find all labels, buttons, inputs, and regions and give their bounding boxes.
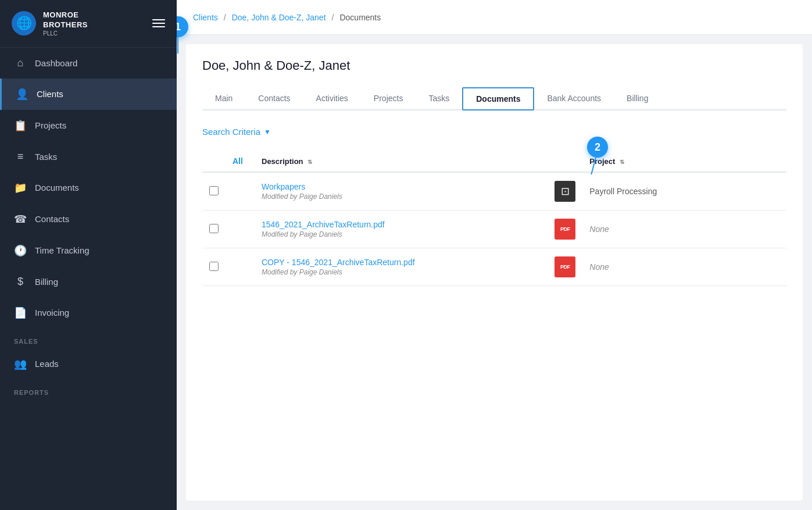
main-content: 1 2 Clients / Doe, John & Doe-Z, Janet /…	[177, 0, 812, 510]
sidebar-item-label: Leads	[35, 359, 59, 369]
sidebar-item-tasks[interactable]: ≡ Tasks	[0, 141, 177, 172]
row-1-project-name: Payroll Processing	[589, 187, 657, 196]
sidebar-item-clients[interactable]: 👤 Clients	[0, 79, 177, 110]
col-checkbox-all	[202, 151, 226, 172]
search-criteria-label: Search Criteria	[202, 127, 260, 137]
home-icon: ⌂	[14, 57, 27, 69]
content-area: Doe, John & Doe-Z, Janet Main Contacts A…	[177, 35, 812, 510]
sidebar-item-time-tracking[interactable]: 🕐 Time Tracking	[0, 235, 177, 266]
reports-section-label: REPORTS	[0, 380, 177, 400]
col-all[interactable]: All	[226, 151, 255, 172]
breadcrumb-sep-2: /	[332, 13, 334, 22]
sidebar-item-label: Invoicing	[35, 308, 69, 318]
leads-icon: 👥	[14, 358, 27, 370]
tasks-icon: ≡	[14, 151, 27, 163]
row-2-checkbox[interactable]	[209, 224, 219, 233]
row-1-description: Workpapers Modified by Paige Daniels	[255, 172, 548, 211]
logo-area: 🌐 MONROEBROTHERS PLLC	[0, 0, 177, 48]
row-2-link[interactable]: 1546_2021_ArchiveTaxReturn.pdf	[262, 220, 541, 229]
row-1-checkbox-cell	[202, 172, 226, 211]
row-2-icon: PDF	[548, 211, 582, 248]
tab-bank-accounts[interactable]: Bank Accounts	[534, 87, 614, 110]
row-3-checkbox-cell	[202, 248, 226, 286]
row-1-modified: Modified by Paige Daniels	[262, 192, 541, 201]
breadcrumb-clients[interactable]: Clients	[193, 13, 218, 22]
row-1-project: Payroll Processing	[582, 172, 786, 211]
row-3-checkbox[interactable]	[209, 262, 219, 271]
breadcrumb-sep-1: /	[224, 13, 226, 22]
hamburger-menu[interactable]	[152, 19, 165, 27]
col-all-label[interactable]: All	[232, 156, 243, 166]
row-3-spacer	[226, 248, 255, 286]
sidebar-item-label: Contacts	[35, 214, 69, 224]
col-description-header[interactable]: Description ⇅	[255, 151, 548, 172]
billing-icon: $	[14, 276, 27, 288]
row-1-link[interactable]: Workpapers	[262, 182, 541, 191]
description-sort-icon: ⇅	[307, 159, 312, 165]
projects-icon: 📋	[14, 119, 27, 132]
search-criteria-arrow: ▼	[264, 128, 271, 136]
topbar: Clients / Doe, John & Doe-Z, Janet / Doc…	[177, 0, 812, 35]
row-3-project: None	[582, 248, 786, 286]
row-1-icon: ⊡	[548, 172, 582, 211]
sidebar-item-leads[interactable]: 👥 Leads	[0, 348, 177, 380]
col-project-header[interactable]: Project ⇅	[582, 151, 786, 172]
breadcrumb-current: Documents	[339, 13, 381, 22]
search-criteria-button[interactable]: Search Criteria ▼	[202, 122, 271, 141]
table-row: COPY - 1546_2021_ArchiveTaxReturn.pdf Mo…	[202, 248, 786, 286]
tab-tasks[interactable]: Tasks	[416, 87, 462, 110]
contacts-icon: ☎	[14, 213, 27, 226]
sidebar: 🌐 MONROEBROTHERS PLLC ⌂ Dashboard 👤 Clie…	[0, 0, 177, 510]
tooltip-bubble-2: 2	[587, 137, 608, 158]
sidebar-item-label: Projects	[35, 120, 66, 130]
sidebar-item-contacts[interactable]: ☎ Contacts	[0, 204, 177, 235]
content-card: Doe, John & Doe-Z, Janet Main Contacts A…	[186, 44, 803, 501]
sidebar-item-documents[interactable]: 📁 Documents	[0, 172, 177, 204]
row-2-project-name: None	[589, 224, 609, 234]
row-1-spacer	[226, 172, 255, 211]
row-1-checkbox[interactable]	[209, 186, 219, 195]
sidebar-item-billing[interactable]: $ Billing	[0, 266, 177, 297]
tab-activities[interactable]: Activities	[303, 87, 361, 110]
tooltip-bubble-1: 1	[177, 16, 188, 37]
row-3-project-name: None	[589, 262, 609, 272]
tab-contacts[interactable]: Contacts	[245, 87, 303, 110]
sidebar-item-label: Clients	[37, 89, 63, 99]
tab-billing[interactable]: Billing	[614, 87, 661, 110]
logo-sub: PLLC	[43, 30, 88, 37]
row-3-description: COPY - 1546_2021_ArchiveTaxReturn.pdf Mo…	[255, 248, 548, 286]
col-description-label: Description	[262, 157, 303, 166]
row-2-file-icon: PDF	[555, 219, 575, 240]
sidebar-item-dashboard[interactable]: ⌂ Dashboard	[0, 48, 177, 79]
sidebar-item-projects[interactable]: 📋 Projects	[0, 110, 177, 141]
row-3-modified: Modified by Paige Daniels	[262, 268, 541, 276]
row-2-description: 1546_2021_ArchiveTaxReturn.pdf Modified …	[255, 211, 548, 248]
row-2-modified: Modified by Paige Daniels	[262, 230, 541, 238]
documents-icon: 📁	[14, 181, 27, 194]
row-2-checkbox-cell	[202, 211, 226, 248]
logo-name: MONROEBROTHERS	[43, 10, 88, 30]
tab-projects[interactable]: Projects	[361, 87, 416, 110]
breadcrumb-client-name[interactable]: Doe, John & Doe-Z, Janet	[232, 13, 326, 22]
project-sort-icon: ⇅	[620, 159, 624, 165]
logo-text-block: MONROEBROTHERS PLLC	[43, 10, 88, 37]
bubble-1-number: 1	[177, 16, 188, 37]
row-2-spacer	[226, 211, 255, 248]
client-title: Doe, John & Doe-Z, Janet	[202, 58, 786, 73]
sidebar-item-label: Dashboard	[35, 58, 77, 68]
row-3-icon: PDF	[548, 248, 582, 286]
tab-main[interactable]: Main	[202, 87, 245, 110]
sidebar-item-label: Billing	[35, 277, 58, 287]
col-icon-header	[548, 151, 582, 172]
sidebar-item-invoicing[interactable]: 📄 Invoicing	[0, 297, 177, 329]
tab-documents[interactable]: Documents	[462, 87, 534, 110]
clients-icon: 👤	[16, 88, 28, 101]
sales-section-label: SALES	[0, 329, 177, 348]
logo-icon: 🌐	[12, 11, 36, 35]
sidebar-item-label: Time Tracking	[35, 245, 90, 255]
sidebar-item-label: Documents	[35, 183, 79, 192]
bubble-2-number: 2	[587, 137, 608, 158]
row-3-file-icon: PDF	[555, 256, 575, 277]
row-1-file-icon: ⊡	[555, 181, 575, 202]
row-3-link[interactable]: COPY - 1546_2021_ArchiveTaxReturn.pdf	[262, 258, 541, 267]
